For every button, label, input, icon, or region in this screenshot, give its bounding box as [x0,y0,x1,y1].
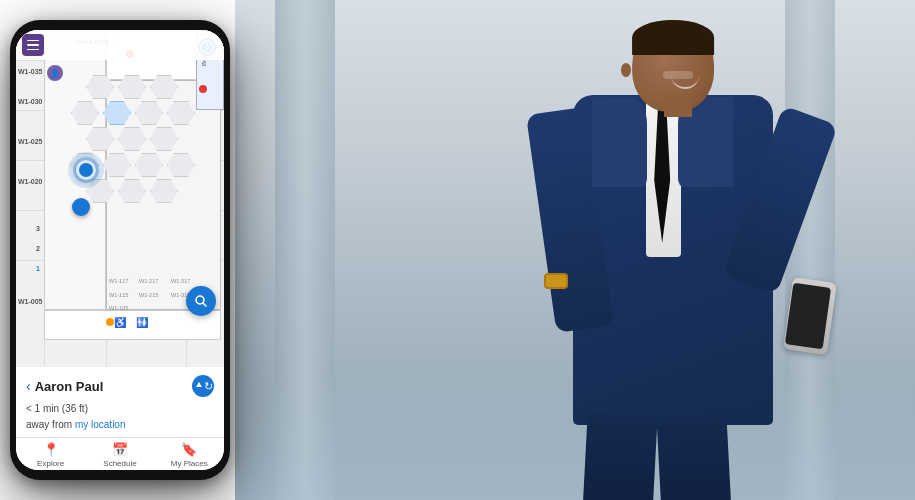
nav-schedule[interactable]: 📅 Schedule [85,442,154,468]
seat-w1115: W1-115 [109,292,128,298]
background-photo [235,0,915,500]
map-label-w1025: W1-025 [18,138,43,145]
seat-w1105: W1-105 [109,305,128,311]
main-scene: Work Area Break Ro... W1-035 W1-030 W1-0… [0,0,915,500]
explore-icon: 📍 [43,442,59,457]
app-topbar [16,30,224,60]
nav-my-places[interactable]: 🔖 My Places [155,442,224,468]
map-label-2: 2 [36,245,40,252]
my-location-link[interactable]: my location [75,419,126,430]
person-name-label: Aaron Paul [35,379,192,394]
seat-w1217: W1-217 [139,278,158,284]
nav-explore-label: Explore [37,459,64,468]
seat-w1215: W1-215 [139,292,158,298]
nav-my-places-label: My Places [171,459,208,468]
nav-schedule-label: Schedule [103,459,136,468]
forward-button[interactable]: ↻ [192,375,214,397]
svg-line-1 [203,303,206,306]
phone-device: Work Area Break Ro... W1-035 W1-030 W1-0… [10,20,230,480]
nav-explore[interactable]: 📍 Explore [16,442,85,468]
accessibility-icon-2: 🚻 [136,317,148,328]
distance-info: < 1 min (36 ft) away from my location [26,401,214,433]
seat-w1117: W1-117 [109,278,128,284]
alert-dot-orange [106,318,114,326]
accessibility-icon-1: ♿ [114,317,126,328]
my-places-icon: 🔖 [181,442,197,457]
bottom-nav: 📍 Explore 📅 Schedule 🔖 My Places [16,437,224,470]
person-pin[interactable]: 👤 [72,198,90,216]
purple-person-pin[interactable]: 👤 [47,65,63,81]
map-label-w1035: W1-035 [18,68,43,75]
map-label-1: 1 [36,265,40,272]
map-label-w1030: W1-030 [18,98,43,105]
schedule-icon: 📅 [112,442,128,457]
map-area[interactable]: Work Area Break Ro... W1-035 W1-030 W1-0… [16,30,224,366]
phone-screen: Work Area Break Ro... W1-035 W1-030 W1-0… [16,30,224,470]
info-panel: ‹ Aaron Paul ↻ < 1 min (36 ft) away fr [16,366,224,437]
person-figure [515,15,835,485]
map-label-w1020: W1-020 [18,178,43,185]
info-header: ‹ Aaron Paul ↻ [26,375,214,397]
back-arrow-button[interactable]: ‹ [26,378,31,394]
map-label-3: 3 [36,225,40,232]
phone-frame: Work Area Break Ro... W1-035 W1-030 W1-0… [10,20,230,480]
map-search-button[interactable] [186,286,216,316]
menu-button[interactable] [22,34,44,56]
seat-w1317: W1-317 [171,278,190,284]
alert-dot-red [199,85,207,93]
map-label-w1005: W1-005 [18,298,43,305]
